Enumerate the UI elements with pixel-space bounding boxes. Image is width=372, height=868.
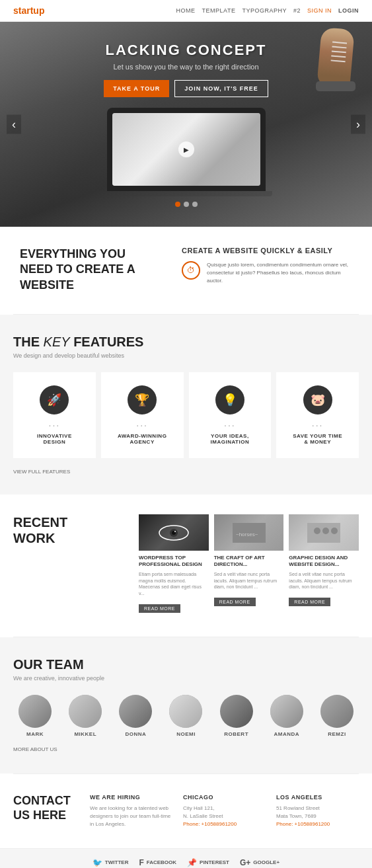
hero-section: LACKING CONCEPT Let us show you the way … <box>0 22 372 227</box>
avatar-img-remzi <box>320 695 353 728</box>
nav-hash[interactable]: #2 <box>293 7 301 14</box>
chicago-phone[interactable]: Phone: +10588961200 <box>183 821 237 827</box>
team-member-0: MARK <box>13 695 57 737</box>
nav-typography[interactable]: TYPOGRAPHY <box>242 7 287 14</box>
contact-col-chicago: CHICAGO City Hall 121,N. LaSalle StreetP… <box>183 794 266 828</box>
team-name-4: ROBERT <box>215 731 258 737</box>
recent-work-layout: RECENTWORK WORDPRESS TOP PROFESSIONAL DE… <box>13 514 359 617</box>
feature-icon-idea: 💡 <box>215 385 244 414</box>
avatar-img-amanda <box>270 695 303 728</box>
feature-card-3: 🐷 ··· SAVE YOUR TIME& MONEY <box>276 372 359 458</box>
facebook-label: FACEBOOK <box>147 859 176 865</box>
features-intro-left: EVERYTHING YOU NEED TO CREATE A WEBSITE <box>20 247 162 293</box>
contact-col-heading-1: CHICAGO <box>183 794 266 801</box>
avatar-robert <box>220 695 253 728</box>
prev-arrow[interactable]: ‹ <box>7 115 21 134</box>
features-intro-right: CREATE A WEBSITE QUICKLY & EASILY ⏱ Quis… <box>182 247 352 294</box>
team-name-2: DONNA <box>114 731 157 737</box>
dot-2[interactable] <box>184 202 189 207</box>
avatar-donna <box>119 695 152 728</box>
team-member-1: MIKKEL <box>63 695 107 737</box>
join-now-button[interactable]: JOIN NOW, IT'S FREE <box>174 80 268 97</box>
contact-col-text-0: We are looking for a talented web design… <box>90 805 172 828</box>
googleplus-label: GOOGLE+ <box>253 859 279 865</box>
next-arrow[interactable]: › <box>351 115 365 134</box>
feature-label-0: INNOVATIVEDESIGN <box>20 433 89 445</box>
contact-section: CONTACTUS HERE WE ARE HIRING We are look… <box>0 774 372 848</box>
facebook-link[interactable]: f FACEBOOK <box>139 858 176 867</box>
view-full-features-link[interactable]: VIEW FULL FEATURES <box>13 469 359 475</box>
key-features-title: THE KEY FEATURES <box>13 335 359 350</box>
pinterest-link[interactable]: 📌 PINTEREST <box>187 858 229 867</box>
svg-point-3 <box>174 531 176 532</box>
work-card-content-0: WORDPRESS TOP PROFESSIONAL DESIGN Etiam … <box>139 551 209 617</box>
avatar-img-robert <box>220 695 253 728</box>
key-features-title-italic: KEY <box>44 335 70 349</box>
feature-item-clock: ⏱ Quisque justo lorem, condimentum condi… <box>182 261 352 285</box>
team-name-3: NOEMI <box>164 731 207 737</box>
feature-icon-rocket: 🚀 <box>40 385 69 414</box>
googleplus-link[interactable]: G+ GOOGLE+ <box>240 858 279 867</box>
team-grid: MARK MIKKEL DONNA NOEMI ROBERT <box>13 695 359 737</box>
twitter-icon: 🐦 <box>93 858 102 867</box>
work-card-text-0: Etiam porta sem malesuada magna mollis e… <box>139 571 209 597</box>
twitter-link[interactable]: 🐦 TWITTER <box>93 858 129 867</box>
feature-dots-3: ··· <box>283 420 352 430</box>
work-image-2 <box>289 514 359 551</box>
feature-card-1: 🏆 ··· AWARD-WINNINGAGENCY <box>101 372 184 458</box>
team-member-3: NOEMI <box>164 695 207 737</box>
clock-icon: ⏱ <box>182 261 200 280</box>
work-card-0: WORDPRESS TOP PROFESSIONAL DESIGN Etiam … <box>139 514 209 617</box>
navbar: startup HOME TEMPLATE TYPOGRAPHY #2 SIGN… <box>0 0 372 22</box>
avatar-img-mikkel <box>69 695 102 728</box>
la-phone[interactable]: Phone: +10588961200 <box>276 821 330 827</box>
take-tour-button[interactable]: TAKE A TOUR <box>104 80 169 97</box>
nav-home[interactable]: HOME <box>176 7 196 14</box>
hero-subtitle: Let us show you the way to the right dir… <box>104 63 268 71</box>
contact-col-hiring: WE ARE HIRING We are looking for a talen… <box>90 794 172 828</box>
contact-col-la: LOS ANGELES 51 Rowland StreetMata Town, … <box>276 794 359 828</box>
recent-work-title: RECENTWORK <box>13 514 73 546</box>
recent-work-section: RECENTWORK WORDPRESS TOP PROFESSIONAL DE… <box>0 494 372 637</box>
recent-work-left: RECENTWORK <box>13 514 73 557</box>
hero-title: LACKING CONCEPT <box>104 42 268 59</box>
team-member-6: REMZI <box>315 695 359 737</box>
features-grid: 🚀 ··· INNOVATIVEDESIGN 🏆 ··· AWARD-WINNI… <box>13 372 359 458</box>
feature-item-text: Quisque justo lorem, condimentum condime… <box>207 261 352 285</box>
nav-signin[interactable]: SIGN IN <box>307 7 332 14</box>
nav-login[interactable]: LOGIN <box>338 7 359 14</box>
work-grid: WORDPRESS TOP PROFESSIONAL DESIGN Etiam … <box>139 514 359 617</box>
twitter-label: TWITTER <box>105 859 129 865</box>
avatar-remzi <box>320 695 353 728</box>
work-card-2: GRAPHIC DESIGN AND WEBSITE DESIGN... Sed… <box>289 514 359 617</box>
work-card-content-1: THE CRAFT OF ART DIRECTION... Sed a veli… <box>214 551 284 610</box>
pinterest-label: PINTEREST <box>200 859 229 865</box>
avatar-mikkel <box>69 695 102 728</box>
feature-label-3: SAVE YOUR TIME& MONEY <box>283 433 352 445</box>
read-more-btn-1[interactable]: READ MORE <box>214 598 256 606</box>
contact-title-block: CONTACTUS HERE <box>13 794 79 822</box>
logo-accent: u <box>33 5 39 16</box>
logo[interactable]: startup <box>13 5 44 16</box>
key-features-subtitle: We design and develop beautiful websites <box>13 352 359 359</box>
feature-label-2: YOUR IDEAS,IMAGINATION <box>196 433 265 445</box>
more-about-us-link[interactable]: MORE ABOUT US <box>13 746 57 752</box>
features-intro-title: EVERYTHING YOU NEED TO CREATE A WEBSITE <box>20 247 162 293</box>
our-team-title: OUR TEAM <box>13 657 359 672</box>
nav-links: HOME TEMPLATE TYPOGRAPHY #2 SIGN IN LOGI… <box>176 7 359 14</box>
hero-shoe-visual <box>313 28 359 95</box>
hero-dots <box>175 202 198 207</box>
nav-template[interactable]: TEMPLATE <box>202 7 236 14</box>
dot-3[interactable] <box>192 202 198 207</box>
work-card-text-2: Sed a velit vitae nunc porta iaculis. Al… <box>289 571 359 590</box>
dot-1[interactable] <box>175 202 180 207</box>
our-team-section: OUR TEAM We are creative, innovative peo… <box>0 637 372 773</box>
read-more-btn-0[interactable]: READ MORE <box>139 604 180 613</box>
avatar-mark <box>19 695 52 728</box>
play-button[interactable]: ▶ <box>178 141 194 157</box>
team-name-0: MARK <box>13 731 57 737</box>
read-more-btn-2[interactable]: READ MORE <box>289 598 330 606</box>
contact-col-text-1: City Hall 121,N. LaSalle StreetPhone: +1… <box>183 805 266 828</box>
feature-label-1: AWARD-WINNINGAGENCY <box>108 433 177 445</box>
feature-card-0: 🚀 ··· INNOVATIVEDESIGN <box>13 372 96 458</box>
